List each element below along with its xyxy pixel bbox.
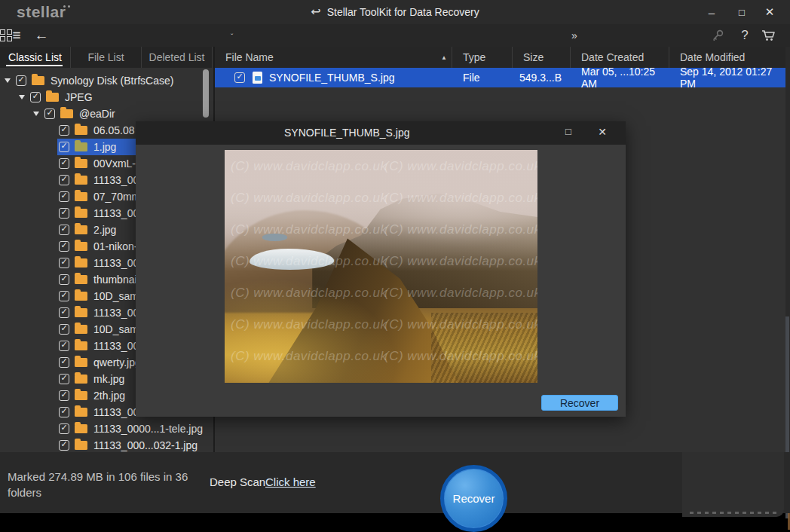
tree-checkbox[interactable] bbox=[59, 241, 69, 252]
folder-icon bbox=[75, 225, 87, 234]
column-header-date-created[interactable]: Date Created bbox=[571, 47, 669, 68]
preview-dialog: SYNOFILE_THUMB_S.jpg □ ✕ (C) www.davidcl… bbox=[136, 121, 626, 417]
expand-arrow-icon[interactable] bbox=[33, 112, 44, 116]
watermark-text: (C) www.davidclapp.co.uk bbox=[231, 222, 387, 237]
tree-checkbox[interactable] bbox=[59, 274, 69, 285]
tree-checkbox[interactable] bbox=[59, 158, 69, 169]
tree-checkbox[interactable] bbox=[44, 109, 55, 119]
folder-icon bbox=[32, 76, 44, 85]
maximize-button[interactable]: □ bbox=[729, 0, 755, 24]
help-icon[interactable]: ? bbox=[737, 24, 752, 47]
tree-item-jpeg[interactable]: JPEG bbox=[0, 89, 213, 105]
folder-icon bbox=[75, 325, 87, 334]
tree-checkbox[interactable] bbox=[59, 258, 69, 268]
tree-checkbox[interactable] bbox=[59, 440, 69, 451]
folder-icon bbox=[75, 424, 87, 433]
tab-deleted-list[interactable]: Deleted List bbox=[142, 47, 213, 68]
watermark-text: (C) www.davidclapp.co.uk bbox=[231, 317, 387, 332]
tree-item-label: thumbnail bbox=[93, 274, 139, 286]
tree-item-label: 01-nikon- bbox=[93, 240, 137, 252]
recover-main-button[interactable]: Recover bbox=[440, 465, 507, 532]
cell-created-text: Mar 05, ...10:25 AM bbox=[581, 66, 669, 90]
folder-icon bbox=[75, 275, 87, 284]
tree-checkbox[interactable] bbox=[30, 92, 41, 102]
tree-checkbox[interactable] bbox=[59, 324, 69, 335]
tree-item-synology-disk-btrfscase-[interactable]: Synology Disk (BtrfsCase) bbox=[0, 72, 213, 89]
tab-file-list[interactable]: File List bbox=[71, 47, 142, 68]
tree-checkbox[interactable] bbox=[59, 125, 69, 136]
folder-icon bbox=[75, 292, 87, 301]
tab-classic-list[interactable]: Classic List bbox=[0, 47, 71, 68]
preview-close-icon[interactable]: ✕ bbox=[594, 126, 611, 138]
folder-icon bbox=[75, 159, 87, 168]
cell-modified-text: Sep 14, 2012 01:27 PM bbox=[680, 66, 788, 90]
tree-item-label: 2th.jpg bbox=[93, 390, 125, 402]
folder-icon bbox=[75, 142, 87, 151]
expand-arrow-icon[interactable] bbox=[5, 78, 16, 83]
watermark-text: (C) www.davidclapp.co.uk bbox=[384, 191, 537, 206]
watermark-text: (C) www.davidclapp.co.uk bbox=[384, 317, 537, 332]
close-button[interactable]: ✕ bbox=[757, 0, 782, 24]
cell-file-name: SYNOFILE_THUMB_S.jpg bbox=[215, 68, 452, 87]
tree-checkbox[interactable] bbox=[59, 175, 69, 185]
column-header-file-name[interactable]: File Name bbox=[215, 47, 452, 68]
tree-item-label: JPEG bbox=[65, 91, 93, 103]
tree-scrollbar-thumb[interactable] bbox=[203, 69, 209, 118]
tree-item-label: Synology Disk (BtrfsCase) bbox=[51, 75, 173, 87]
tree-item-11133-0000-1-tele-jpg[interactable]: 11133_0000...1-tele.jpg bbox=[0, 420, 213, 437]
tree-checkbox[interactable] bbox=[59, 142, 69, 152]
tree-checkbox[interactable] bbox=[59, 423, 69, 434]
folder-icon bbox=[75, 358, 87, 367]
column-header-date-modified[interactable]: Date Modified bbox=[669, 47, 788, 68]
watermark-text: (C) www.davidclapp.co.uk bbox=[231, 191, 387, 206]
folder-icon bbox=[75, 209, 87, 218]
column-header-size[interactable]: Size bbox=[513, 47, 571, 68]
folder-icon bbox=[46, 93, 59, 102]
tree-item-label: 2.jpg bbox=[93, 224, 116, 236]
cart-icon[interactable] bbox=[758, 24, 779, 47]
tree-checkbox[interactable] bbox=[59, 390, 69, 401]
row-checkbox[interactable] bbox=[234, 72, 245, 83]
watermark-text: (C) www.davidclapp.co.uk bbox=[231, 254, 387, 269]
preview-dialog-titlebar: SYNOFILE_THUMB_S.jpg □ ✕ bbox=[136, 121, 626, 145]
folder-icon bbox=[75, 391, 87, 400]
tree-item--eadir[interactable]: @eaDir bbox=[0, 105, 213, 122]
tree-checkbox[interactable] bbox=[16, 75, 26, 86]
tree-checkbox[interactable] bbox=[59, 307, 69, 318]
view-dropdown-chevron-icon[interactable]: ˇ bbox=[231, 33, 233, 41]
watermark-text: (C) www.davidclapp.co.uk bbox=[384, 159, 537, 174]
recover-dialog-button[interactable]: Recover bbox=[541, 395, 618, 411]
tree-checkbox[interactable] bbox=[59, 357, 69, 368]
expand-arrow-icon[interactable] bbox=[19, 95, 30, 99]
folder-icon bbox=[75, 408, 87, 417]
expand-toolbar-icon[interactable]: » bbox=[567, 24, 580, 47]
tree-item-label: 11133_00 bbox=[93, 257, 139, 269]
tree-checkbox[interactable] bbox=[59, 341, 69, 351]
tree-checkbox[interactable] bbox=[59, 208, 69, 219]
folder-icon bbox=[75, 192, 87, 201]
column-header-type[interactable]: Type bbox=[452, 47, 513, 68]
file-icon bbox=[253, 72, 262, 84]
deep-scan-link[interactable]: Click here bbox=[265, 475, 316, 488]
tree-item-11133-000-032-1-jpg[interactable]: 11133_000...032-1.jpg bbox=[0, 437, 213, 452]
tree-checkbox[interactable] bbox=[59, 225, 69, 235]
tree-item-label: 11133_00 bbox=[93, 174, 139, 186]
folder-icon bbox=[75, 308, 87, 317]
tree-checkbox[interactable] bbox=[59, 291, 69, 301]
watermark-text: (C) www.davidclapp.co.uk bbox=[384, 349, 537, 364]
tree-checkbox[interactable] bbox=[59, 191, 69, 202]
tree-item-label: 07_70mm bbox=[93, 191, 140, 203]
back-icon[interactable]: ← bbox=[32, 24, 51, 47]
folder-icon bbox=[75, 375, 87, 384]
toolkit-logo-icon: ↩ bbox=[311, 5, 320, 19]
tree-checkbox[interactable] bbox=[59, 374, 69, 384]
folder-icon bbox=[75, 341, 87, 350]
tree-checkbox[interactable] bbox=[59, 407, 69, 417]
tree-item-label: @eaDir bbox=[79, 108, 115, 120]
preview-maximize-icon[interactable]: □ bbox=[560, 126, 577, 137]
minimize-button[interactable]: – bbox=[699, 0, 724, 24]
table-row[interactable]: SYNOFILE_THUMB_S.jpgFile549.3...BMar 05,… bbox=[215, 68, 786, 87]
menu-icon[interactable]: ≡ bbox=[8, 24, 26, 47]
activation-key-icon[interactable] bbox=[709, 24, 726, 47]
tree-item-label: 11133_00 bbox=[93, 307, 139, 319]
